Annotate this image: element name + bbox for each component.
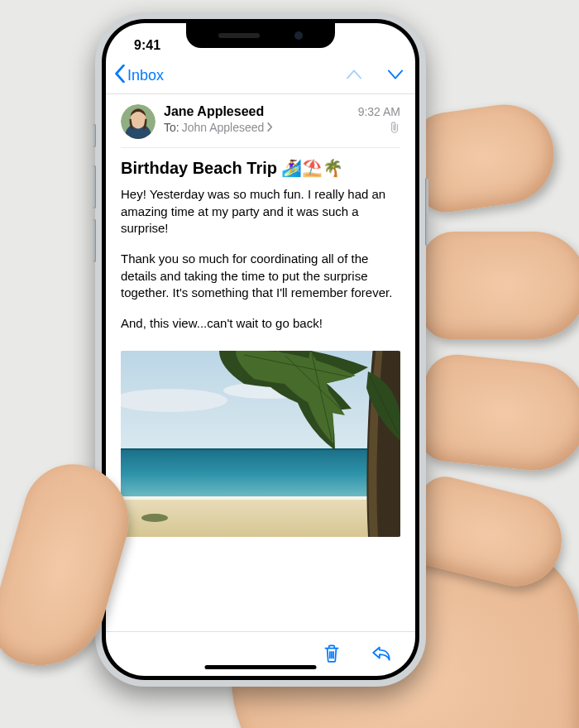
svg-rect-15 [121, 448, 400, 450]
device-notch [186, 23, 335, 48]
iphone-device: 9:41 [95, 12, 426, 687]
navigation-bar: Inbox [106, 60, 415, 94]
recipient-button[interactable]: To: John Appleseed [164, 121, 273, 134]
svg-point-18 [141, 514, 168, 522]
mute-switch [93, 124, 96, 147]
delete-button[interactable] [321, 642, 342, 667]
chevron-right-icon [266, 121, 273, 134]
volume-up-button [93, 165, 96, 208]
svg-rect-14 [121, 448, 400, 500]
attachment-icon [389, 121, 400, 134]
to-label: To: [164, 121, 179, 134]
attached-photo[interactable] [121, 351, 400, 537]
power-button [425, 178, 428, 246]
body-paragraph: And, this view...can't wait to go back! [121, 315, 400, 333]
message-body: Hey! Yesterday was so much fun. I really… [121, 186, 400, 346]
message-time: 9:32 AM [358, 105, 400, 118]
next-message-button[interactable] [387, 69, 404, 84]
body-paragraph: Hey! Yesterday was so much fun. I really… [121, 186, 400, 237]
hand-finger [422, 232, 579, 339]
previous-message-button[interactable] [346, 69, 362, 84]
message-header[interactable]: Jane Appleseed 9:32 AM To: John Applesee… [121, 94, 400, 148]
back-button[interactable]: Inbox [114, 65, 164, 87]
body-paragraph: Thank you so much for coordinating all o… [121, 251, 400, 302]
sender-avatar[interactable] [121, 104, 156, 139]
sender-name: Jane Appleseed [164, 104, 264, 119]
mail-message: Jane Appleseed 9:32 AM To: John Applesee… [106, 94, 415, 631]
home-indicator[interactable] [205, 665, 317, 669]
hand-finger [417, 352, 579, 476]
reply-button[interactable] [371, 642, 392, 667]
svg-rect-16 [121, 496, 400, 500]
message-subject: Birthday Beach Trip 🏄‍♀️⛱️🌴 [121, 148, 400, 186]
recipient-name: John Appleseed [182, 121, 265, 134]
status-time: 9:41 [124, 38, 160, 53]
chevron-left-icon [114, 65, 126, 87]
volume-down-button [93, 219, 96, 262]
back-label: Inbox [127, 67, 164, 84]
